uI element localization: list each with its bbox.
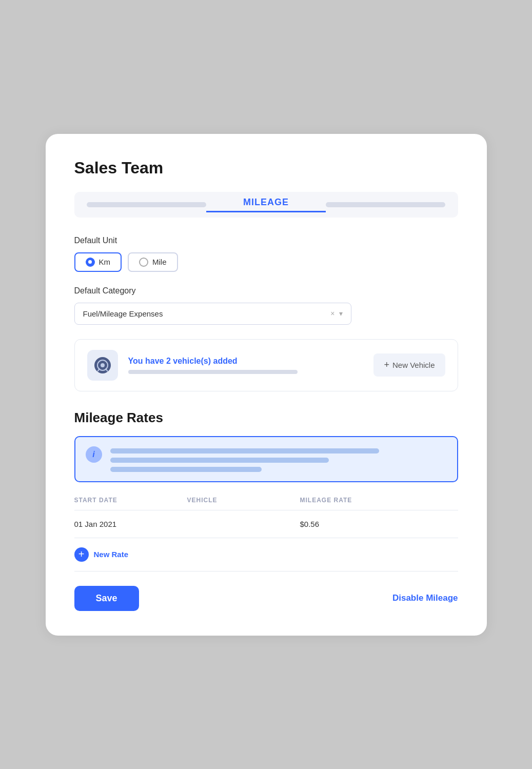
info-line-2 [110,458,329,463]
tab-right-placeholder [326,202,445,207]
select-controls: × ▾ [330,309,342,318]
table-header: START DATE VEHICLE MILEAGE RATE [74,497,458,510]
vehicle-icon-wrap [87,350,118,381]
default-category-label: Default Category [74,286,458,295]
info-line-1 [110,448,380,453]
radio-mile-circle [139,258,148,267]
page-title: Sales Team [74,159,458,178]
new-rate-row[interactable]: + New Rate [74,538,458,571]
svg-point-2 [101,363,105,367]
save-button[interactable]: Save [74,586,139,611]
radio-mile[interactable]: Mile [128,252,178,272]
new-rate-label: New Rate [94,550,129,559]
radio-km-label: Km [99,258,111,266]
table-row: 01 Jan 2021 $0.56 [74,510,458,538]
new-rate-plus-icon: + [74,547,89,562]
tab-mileage[interactable]: MILEAGE [206,197,326,212]
info-icon: i [86,446,102,463]
info-line-3 [110,467,262,472]
mileage-rates-title: Mileage Rates [74,410,458,426]
disable-mileage-button[interactable]: Disable Mileage [392,593,458,603]
default-category-value: Fuel/Mileage Expenses [83,309,163,318]
main-card: Sales Team MILEAGE Default Unit Km Mile … [46,134,487,636]
radio-km-circle [86,258,95,267]
radio-km[interactable]: Km [74,252,122,272]
chevron-down-icon[interactable]: ▾ [339,309,343,318]
footer-row: Save Disable Mileage [74,571,458,611]
default-unit-label: Default Unit [74,236,458,245]
radio-mile-label: Mile [152,258,167,266]
vehicle-info-bar [128,370,298,374]
default-unit-group: Km Mile [74,252,458,272]
info-box: i [74,436,458,482]
vehicle-count-message: You have 2 vehicle(s) added [128,357,364,366]
cell-mileage-rate: $0.56 [300,520,458,528]
vehicle-card: You have 2 vehicle(s) added + New Vehicl… [74,339,458,391]
new-vehicle-button[interactable]: + New Vehicle [373,353,445,377]
default-category-select[interactable]: Fuel/Mileage Expenses × ▾ [74,303,351,325]
col-start-date: START DATE [74,497,187,504]
col-vehicle: VEHICLE [187,497,300,504]
new-vehicle-label: New Vehicle [392,361,435,369]
vehicle-icon [93,356,112,374]
cell-start-date: 01 Jan 2021 [74,520,187,528]
vehicle-info: You have 2 vehicle(s) added [128,357,364,374]
col-mileage-rate: MILEAGE RATE [300,497,458,504]
tabs-bar: MILEAGE [74,192,458,218]
info-lines [110,446,447,472]
new-vehicle-plus-icon: + [384,360,389,370]
tab-left-placeholder [87,202,206,207]
clear-icon[interactable]: × [330,309,334,318]
